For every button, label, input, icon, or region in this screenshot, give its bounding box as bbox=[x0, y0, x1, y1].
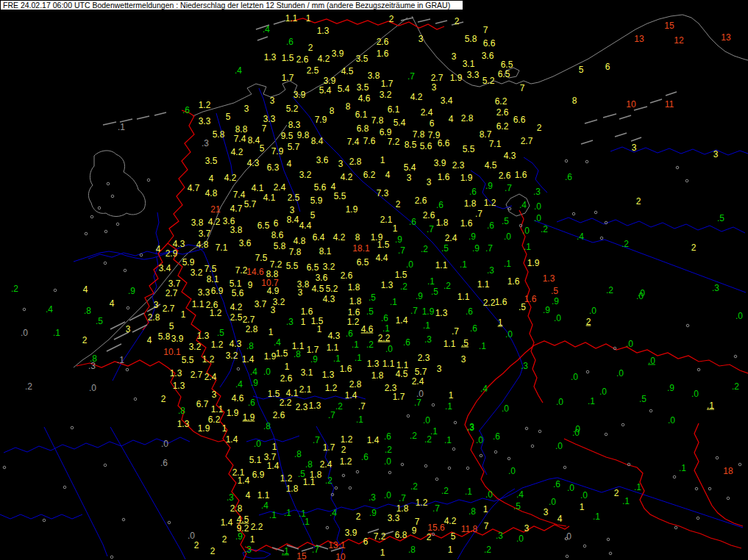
precip-value: 7.8 bbox=[289, 248, 302, 256]
precip-value: .2 bbox=[25, 383, 32, 391]
precip-value: 9.5 bbox=[281, 132, 293, 140]
precip-value: 3.5 bbox=[356, 55, 368, 63]
precip-value: 7.4 bbox=[233, 191, 246, 199]
precip-value: 3.6 bbox=[316, 274, 328, 282]
precip-value: .7 bbox=[399, 495, 406, 503]
precip-value: 1.2 bbox=[341, 436, 353, 444]
precip-value: 5 bbox=[579, 66, 584, 74]
precip-value: 1.6 bbox=[348, 309, 360, 317]
precip-value: 1.4 bbox=[345, 392, 357, 400]
precip-value: 2.3 bbox=[296, 403, 308, 412]
precip-value: 3.8 bbox=[230, 226, 243, 234]
precip-value: 2 bbox=[356, 513, 361, 521]
precip-value: 9 bbox=[248, 281, 253, 290]
precip-value: .1 bbox=[593, 513, 600, 521]
precip-value: 1.2 bbox=[347, 318, 360, 326]
precip-value: .0 bbox=[385, 345, 393, 353]
precip-value: 4.3 bbox=[328, 332, 341, 340]
precip-value: .8 bbox=[408, 546, 416, 554]
precip-value: 1.9 bbox=[243, 414, 255, 422]
precip-value: .6 bbox=[384, 433, 391, 441]
precip-value: 10 bbox=[626, 101, 635, 109]
precip-value: 2.6 bbox=[496, 109, 509, 117]
title-bar: FRE 24.02.17 06:00 UTC Bodenwettermeldun… bbox=[0, 0, 463, 10]
precip-value: 15.6 bbox=[427, 524, 444, 532]
precip-value: 8.7 bbox=[480, 131, 492, 139]
precip-value: 1 bbox=[181, 311, 186, 319]
precip-value: 4 bbox=[156, 245, 161, 254]
precip-value: .4 bbox=[235, 67, 242, 75]
precip-value: .6 bbox=[409, 218, 416, 226]
precip-value: 6 bbox=[363, 538, 368, 546]
precip-value: 1 bbox=[483, 506, 488, 514]
precip-value: 7.8 bbox=[371, 117, 384, 125]
precip-value: 4.5 bbox=[485, 162, 497, 170]
precip-value: .1 bbox=[282, 548, 289, 556]
precip-value: .5 bbox=[513, 503, 521, 511]
precip-value: 2.4 bbox=[274, 184, 286, 192]
precip-value: 4.1 bbox=[286, 390, 299, 398]
precip-value: 1.9 bbox=[264, 353, 277, 361]
precip-value: .8 bbox=[469, 508, 476, 516]
precip-value: 4.5 bbox=[312, 285, 324, 293]
precip-value: 4.2 bbox=[224, 174, 237, 182]
precip-value: .1 bbox=[390, 298, 397, 306]
precip-value: .2 bbox=[621, 240, 629, 248]
precip-value: .1 bbox=[504, 260, 511, 268]
weather-map-screen: .1.61.11.41.3.623.91.31.52.64.23.52.61.6… bbox=[0, 0, 748, 560]
precip-value: 5.2 bbox=[326, 285, 338, 293]
precip-value: 4.7 bbox=[188, 184, 200, 193]
precip-value: .1 bbox=[333, 355, 341, 363]
precip-value: 5 bbox=[310, 212, 316, 220]
precip-value: 5.5 bbox=[334, 193, 346, 201]
precip-value: 3.3 bbox=[199, 118, 211, 126]
precip-value: .6 bbox=[436, 201, 444, 209]
precip-value: 1.3 bbox=[177, 420, 190, 428]
precip-value: 1.4 bbox=[367, 437, 380, 445]
precip-value: 1.8 bbox=[286, 485, 299, 493]
precip-value: 8.6 bbox=[271, 231, 284, 240]
precip-value: 1.4 bbox=[396, 317, 408, 325]
precip-value: .9 bbox=[472, 245, 480, 253]
precip-value: 3.8 bbox=[191, 219, 204, 227]
precip-value: .2 bbox=[385, 446, 392, 454]
precip-value: .3 bbox=[202, 140, 209, 148]
precip-value: 3.2 bbox=[226, 352, 238, 360]
title-text: FRE 24.02.17 06:00 UTC Bodenwettermeldun… bbox=[3, 1, 450, 10]
precip-value: 2.3 bbox=[418, 354, 430, 362]
precip-value: 2 bbox=[691, 244, 697, 252]
precip-value: .4 bbox=[274, 339, 281, 347]
precip-value: 1.2 bbox=[199, 101, 211, 110]
precip-value: 4.3 bbox=[173, 240, 185, 248]
precip-value: .0 bbox=[636, 292, 644, 301]
precip-value: 5.7 bbox=[244, 201, 257, 209]
precip-value: .9 bbox=[543, 306, 550, 315]
precip-value: 2.5 bbox=[307, 67, 319, 75]
precip-value: 8.1 bbox=[207, 276, 219, 284]
precip-value: 2.4 bbox=[412, 378, 424, 386]
precip-value: 8.3 bbox=[288, 121, 301, 129]
precip-value: .2 bbox=[335, 403, 343, 411]
precip-value: 1.4 bbox=[221, 519, 233, 527]
precip-value: 6.9 bbox=[211, 287, 224, 295]
precip-value: .0 bbox=[735, 312, 743, 320]
precip-value: 4 bbox=[558, 515, 563, 523]
precip-value: .0 bbox=[616, 370, 624, 378]
precip-value: .7 bbox=[452, 328, 459, 336]
precip-value: 3.8 bbox=[368, 72, 380, 80]
precip-value: 5.8 bbox=[274, 243, 286, 251]
precip-value: .1 bbox=[356, 416, 363, 424]
precip-value: 1 bbox=[380, 157, 385, 165]
precip-value: 2.1 bbox=[299, 386, 312, 394]
precip-value: 1.1 bbox=[382, 360, 395, 368]
precip-value: 6.8 bbox=[395, 531, 407, 539]
precip-value: 9 bbox=[412, 527, 417, 535]
precip-value: 2 bbox=[396, 201, 401, 209]
precip-value: .0 bbox=[508, 467, 516, 475]
precip-value: 3 bbox=[632, 144, 637, 152]
precip-value: 4 bbox=[209, 175, 214, 183]
precip-value: .9 bbox=[395, 236, 402, 244]
precip-value: 4.3 bbox=[323, 295, 335, 304]
precip-value: .7 bbox=[410, 307, 418, 315]
precip-value: .8 bbox=[305, 461, 313, 469]
